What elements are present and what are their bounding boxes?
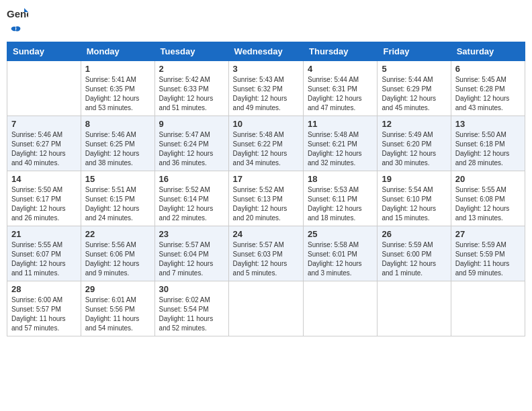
calendar-cell: 7Sunrise: 5:46 AM Sunset: 6:27 PM Daylig… bbox=[7, 116, 81, 171]
calendar-cell: 24Sunrise: 5:57 AM Sunset: 6:03 PM Dayli… bbox=[228, 226, 303, 281]
calendar-table: SundayMondayTuesdayWednesdayThursdayFrid… bbox=[7, 42, 525, 336]
cell-info: Sunrise: 5:46 AM Sunset: 6:27 PM Dayligh… bbox=[11, 130, 77, 168]
day-number: 3 bbox=[233, 64, 299, 74]
day-number: 14 bbox=[11, 174, 77, 184]
day-number: 19 bbox=[382, 174, 446, 184]
day-number: 11 bbox=[308, 119, 373, 129]
calendar-cell: 4Sunrise: 5:44 AM Sunset: 6:31 PM Daylig… bbox=[304, 61, 378, 116]
day-number: 7 bbox=[11, 119, 77, 129]
day-number: 27 bbox=[455, 229, 521, 239]
calendar-cell: 17Sunrise: 5:52 AM Sunset: 6:13 PM Dayli… bbox=[228, 171, 303, 226]
day-number: 18 bbox=[308, 174, 373, 184]
calendar-cell: 23Sunrise: 5:57 AM Sunset: 6:04 PM Dayli… bbox=[154, 226, 228, 281]
cell-info: Sunrise: 5:52 AM Sunset: 6:14 PM Dayligh… bbox=[159, 185, 224, 223]
cell-info: Sunrise: 5:49 AM Sunset: 6:20 PM Dayligh… bbox=[382, 130, 446, 168]
calendar-cell: 13Sunrise: 5:50 AM Sunset: 6:18 PM Dayli… bbox=[451, 116, 525, 171]
column-header-thursday: Thursday bbox=[304, 42, 378, 61]
day-number: 25 bbox=[308, 229, 373, 239]
calendar-header-row: SundayMondayTuesdayWednesdayThursdayFrid… bbox=[7, 42, 525, 61]
day-number: 24 bbox=[233, 229, 299, 239]
calendar-week-5: 28Sunrise: 6:00 AM Sunset: 5:57 PM Dayli… bbox=[7, 281, 525, 336]
cell-info: Sunrise: 5:47 AM Sunset: 6:24 PM Dayligh… bbox=[159, 130, 224, 168]
day-number: 13 bbox=[455, 119, 521, 129]
cell-info: Sunrise: 5:48 AM Sunset: 6:22 PM Dayligh… bbox=[233, 130, 299, 168]
day-number: 1 bbox=[85, 64, 150, 74]
column-header-saturday: Saturday bbox=[451, 42, 525, 61]
column-header-tuesday: Tuesday bbox=[154, 42, 228, 61]
calendar-cell: 8Sunrise: 5:46 AM Sunset: 6:25 PM Daylig… bbox=[81, 116, 154, 171]
cell-info: Sunrise: 5:55 AM Sunset: 6:07 PM Dayligh… bbox=[11, 240, 77, 278]
calendar-cell: 19Sunrise: 5:54 AM Sunset: 6:10 PM Dayli… bbox=[378, 171, 451, 226]
cell-info: Sunrise: 5:55 AM Sunset: 6:08 PM Dayligh… bbox=[455, 185, 521, 223]
day-number: 22 bbox=[85, 229, 150, 239]
calendar-cell: 10Sunrise: 5:48 AM Sunset: 6:22 PM Dayli… bbox=[228, 116, 303, 171]
calendar-cell bbox=[7, 61, 81, 116]
calendar-cell: 27Sunrise: 5:59 AM Sunset: 5:59 PM Dayli… bbox=[451, 226, 525, 281]
calendar-cell: 2Sunrise: 5:42 AM Sunset: 6:33 PM Daylig… bbox=[154, 61, 228, 116]
cell-info: Sunrise: 5:57 AM Sunset: 6:03 PM Dayligh… bbox=[233, 240, 299, 278]
page-header: General bbox=[7, 7, 525, 36]
calendar-cell: 5Sunrise: 5:44 AM Sunset: 6:29 PM Daylig… bbox=[378, 61, 451, 116]
day-number: 2 bbox=[159, 64, 224, 74]
calendar-cell: 28Sunrise: 6:00 AM Sunset: 5:57 PM Dayli… bbox=[7, 281, 81, 336]
cell-info: Sunrise: 5:46 AM Sunset: 6:25 PM Dayligh… bbox=[85, 130, 150, 168]
cell-info: Sunrise: 5:51 AM Sunset: 6:15 PM Dayligh… bbox=[85, 185, 150, 223]
logo: General bbox=[7, 7, 28, 36]
column-header-monday: Monday bbox=[81, 42, 154, 61]
calendar-cell: 12Sunrise: 5:49 AM Sunset: 6:20 PM Dayli… bbox=[378, 116, 451, 171]
cell-info: Sunrise: 5:50 AM Sunset: 6:18 PM Dayligh… bbox=[455, 130, 521, 168]
column-header-friday: Friday bbox=[378, 42, 451, 61]
calendar-cell: 14Sunrise: 5:50 AM Sunset: 6:17 PM Dayli… bbox=[7, 171, 81, 226]
day-number: 10 bbox=[233, 119, 299, 129]
calendar-cell bbox=[228, 281, 303, 336]
calendar-cell: 6Sunrise: 5:45 AM Sunset: 6:28 PM Daylig… bbox=[451, 61, 525, 116]
cell-info: Sunrise: 5:59 AM Sunset: 6:00 PM Dayligh… bbox=[382, 240, 446, 278]
day-number: 17 bbox=[233, 174, 299, 184]
cell-info: Sunrise: 6:01 AM Sunset: 5:56 PM Dayligh… bbox=[85, 295, 150, 333]
calendar-cell: 9Sunrise: 5:47 AM Sunset: 6:24 PM Daylig… bbox=[154, 116, 228, 171]
calendar-cell bbox=[451, 281, 525, 336]
calendar-cell: 11Sunrise: 5:48 AM Sunset: 6:21 PM Dayli… bbox=[304, 116, 378, 171]
day-number: 30 bbox=[159, 284, 224, 294]
calendar-cell: 1Sunrise: 5:41 AM Sunset: 6:35 PM Daylig… bbox=[81, 61, 154, 116]
calendar-cell bbox=[304, 281, 378, 336]
day-number: 9 bbox=[159, 119, 224, 129]
cell-info: Sunrise: 5:53 AM Sunset: 6:11 PM Dayligh… bbox=[308, 185, 373, 223]
cell-info: Sunrise: 5:48 AM Sunset: 6:21 PM Dayligh… bbox=[308, 130, 373, 168]
day-number: 28 bbox=[11, 284, 77, 294]
day-number: 16 bbox=[159, 174, 224, 184]
cell-info: Sunrise: 5:56 AM Sunset: 6:06 PM Dayligh… bbox=[85, 240, 150, 278]
day-number: 4 bbox=[308, 64, 373, 74]
cell-info: Sunrise: 5:54 AM Sunset: 6:10 PM Dayligh… bbox=[382, 185, 446, 223]
calendar-cell: 26Sunrise: 5:59 AM Sunset: 6:00 PM Dayli… bbox=[378, 226, 451, 281]
cell-info: Sunrise: 5:44 AM Sunset: 6:31 PM Dayligh… bbox=[308, 75, 373, 113]
cell-info: Sunrise: 5:45 AM Sunset: 6:28 PM Dayligh… bbox=[455, 75, 521, 113]
day-number: 6 bbox=[455, 64, 521, 74]
calendar-cell: 22Sunrise: 5:56 AM Sunset: 6:06 PM Dayli… bbox=[81, 226, 154, 281]
cell-info: Sunrise: 6:00 AM Sunset: 5:57 PM Dayligh… bbox=[11, 295, 77, 333]
cell-info: Sunrise: 5:52 AM Sunset: 6:13 PM Dayligh… bbox=[233, 185, 299, 223]
cell-info: Sunrise: 5:57 AM Sunset: 6:04 PM Dayligh… bbox=[159, 240, 224, 278]
calendar-cell: 21Sunrise: 5:55 AM Sunset: 6:07 PM Dayli… bbox=[7, 226, 81, 281]
calendar-cell: 20Sunrise: 5:55 AM Sunset: 6:08 PM Dayli… bbox=[451, 171, 525, 226]
cell-info: Sunrise: 6:02 AM Sunset: 5:54 PM Dayligh… bbox=[159, 295, 224, 333]
calendar-cell: 15Sunrise: 5:51 AM Sunset: 6:15 PM Dayli… bbox=[81, 171, 154, 226]
calendar-cell: 18Sunrise: 5:53 AM Sunset: 6:11 PM Dayli… bbox=[304, 171, 378, 226]
day-number: 23 bbox=[159, 229, 224, 239]
calendar-cell: 29Sunrise: 6:01 AM Sunset: 5:56 PM Dayli… bbox=[81, 281, 154, 336]
calendar-cell bbox=[378, 281, 451, 336]
cell-info: Sunrise: 5:41 AM Sunset: 6:35 PM Dayligh… bbox=[85, 75, 150, 113]
calendar-cell: 30Sunrise: 6:02 AM Sunset: 5:54 PM Dayli… bbox=[154, 281, 228, 336]
day-number: 5 bbox=[382, 64, 446, 74]
column-header-wednesday: Wednesday bbox=[228, 42, 303, 61]
cell-info: Sunrise: 5:59 AM Sunset: 5:59 PM Dayligh… bbox=[455, 240, 521, 278]
calendar-week-1: 1Sunrise: 5:41 AM Sunset: 6:35 PM Daylig… bbox=[7, 61, 525, 116]
cell-info: Sunrise: 5:44 AM Sunset: 6:29 PM Dayligh… bbox=[382, 75, 446, 113]
calendar-cell: 3Sunrise: 5:43 AM Sunset: 6:32 PM Daylig… bbox=[228, 61, 303, 116]
column-header-sunday: Sunday bbox=[7, 42, 81, 61]
calendar-week-2: 7Sunrise: 5:46 AM Sunset: 6:27 PM Daylig… bbox=[7, 116, 525, 171]
cell-info: Sunrise: 5:58 AM Sunset: 6:01 PM Dayligh… bbox=[308, 240, 373, 278]
day-number: 21 bbox=[11, 229, 77, 239]
logo-bird-icon bbox=[8, 24, 23, 39]
day-number: 15 bbox=[85, 174, 150, 184]
